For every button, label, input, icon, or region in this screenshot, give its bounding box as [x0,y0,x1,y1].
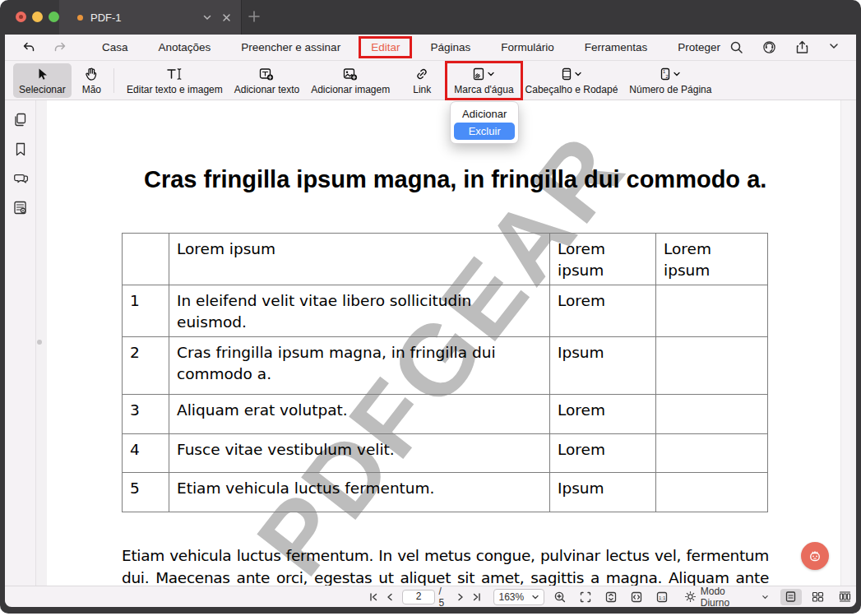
fit-height-icon[interactable] [602,591,620,604]
bookmarks-icon[interactable] [13,141,28,157]
link-label: Link [413,84,431,95]
cell: 1 [123,285,169,337]
text-cursor-icon [165,66,183,82]
watermark-chevron-icon [487,70,495,78]
table-row: 3 Aliquam erat volutpat. Lorem [123,395,768,434]
cell: Lorem [550,285,656,337]
tab-title: PDF-1 [90,12,202,24]
vertical-scrollbar[interactable] [840,100,850,586]
edit-text-image-label: Editar texto e imagem [127,84,223,95]
fit-width-icon[interactable] [627,591,646,604]
document-canvas[interactable]: PDFGEAR Cras fringilla ipsum magna, in f… [36,100,856,586]
page-thumbnails-icon[interactable] [12,112,28,127]
document-table: Lorem ipsum Lorem ipsum Lorem ipsum 1 In… [122,233,768,512]
fit-page-icon[interactable] [576,591,595,604]
link-icon [414,66,429,82]
watermark-add-item[interactable]: Adicionar [454,105,515,123]
zoom-select-chevron-icon [531,593,539,601]
ai-assistant-button[interactable] [801,542,829,570]
header-cell: Lorem ipsum [169,234,550,285]
cell: Etiam vehicula luctus fermentum. [169,473,550,512]
svg-text:2: 2 [666,74,669,79]
signature-panel-icon[interactable] [12,200,28,215]
zoom-level-select[interactable]: 163% [493,589,544,605]
cell [656,285,768,337]
share-icon[interactable] [795,40,809,54]
cell: Aliquam erat volutpat. [169,395,550,434]
sidebar-resize-handle[interactable] [37,340,42,345]
search-icon[interactable] [729,40,743,54]
undo-icon[interactable] [20,40,38,55]
document-tab[interactable]: PDF-1 [59,0,242,35]
menu-items: Casa Anotações Preencher e assinar Edita… [102,41,720,53]
continuous-view-button[interactable] [835,589,856,605]
title-bar: PDF-1 [0,0,861,35]
zoom-window-button[interactable] [49,12,59,22]
first-page-icon[interactable] [365,591,382,603]
last-page-icon[interactable] [469,591,485,603]
document-paragraph: Etiam vehicula luctus fermentum. In vel … [122,545,769,586]
menu-editar[interactable]: Editar [371,41,400,53]
select-tool-button[interactable]: Selecionar [13,63,72,98]
single-page-view-button[interactable] [780,589,802,605]
page-number-icon: 12 [660,67,671,81]
watermark-button[interactable]: Marca d'água Adicionar Excluir [448,63,519,98]
cell: Fusce vitae vestibulum velit. [169,434,550,473]
link-button[interactable]: Link [407,63,437,98]
watermark-icon [472,67,485,81]
table-row: 4 Fusce vitae vestibulum velit. Lorem [123,434,768,473]
display-mode-select[interactable]: Modo Diurno [684,586,769,609]
table-row: 1 In eleifend velit vitae libero sollici… [123,285,768,337]
two-page-view-button[interactable] [808,589,829,605]
menu-ferramentas[interactable]: Ferramentas [585,41,648,53]
main-area: PDFGEAR Cras fringilla ipsum magna, in f… [5,100,856,586]
support-icon[interactable] [762,40,776,54]
header-footer-icon [561,67,572,81]
page-number-chevron-icon [673,70,681,78]
cell: 2 [123,337,169,395]
cell: 5 [123,473,169,512]
add-text-button[interactable]: Adicionar texto [229,63,305,98]
hand-tool-button[interactable]: Mão [76,63,107,98]
cell: Ipsum [550,473,656,512]
menu-anotacoes[interactable]: Anotações [159,41,211,53]
display-mode-chevron-icon [761,593,769,601]
comments-icon[interactable] [12,171,29,186]
watermark-delete-item[interactable]: Excluir [454,123,515,140]
menu-paginas[interactable]: Páginas [430,41,470,53]
cell: 3 [123,395,169,434]
menu-proteger[interactable]: Proteger [678,41,720,53]
tab-close-icon[interactable] [222,13,231,22]
watermark-dropdown: Adicionar Excluir [450,101,519,144]
add-image-button[interactable]: Adicionar imagem [305,63,396,98]
cell [656,473,768,512]
next-page-icon[interactable] [452,591,469,603]
header-cell [123,234,169,285]
cell: Lorem [550,395,656,434]
page-number-input[interactable]: 2 [402,590,436,604]
watermark-label: Marca d'água [454,84,513,95]
menu-formulario[interactable]: Formulário [501,41,554,53]
edit-toolbar: Selecionar Mão Editar texto e imagem Adi [5,61,856,100]
left-sidebar [5,100,36,586]
close-window-button[interactable] [16,12,26,22]
collapse-toolbar-chevron-icon[interactable] [828,40,840,54]
header-footer-button[interactable]: Cabeçalho e Rodapé [520,63,624,98]
redo-icon[interactable] [51,40,69,55]
previous-page-icon[interactable] [382,591,398,603]
table-header-row: Lorem ipsum Lorem ipsum Lorem ipsum [123,234,768,285]
page-number-label: Número de Página [629,84,711,95]
pdf-page[interactable]: PDFGEAR Cras fringilla ipsum magna, in f… [47,100,840,586]
page-total-label: / 5 [438,586,448,609]
actual-size-icon[interactable]: 1:1 [653,591,671,604]
minimize-window-button[interactable] [32,12,43,22]
cell: Ipsum [550,337,656,395]
zoom-in-icon[interactable] [551,591,567,604]
page-number-button[interactable]: 12 Número de Página [623,63,717,98]
new-tab-button[interactable] [247,9,262,24]
tab-menu-chevron-icon[interactable] [202,12,212,22]
cell: Lorem [550,434,656,473]
edit-text-image-button[interactable]: Editar texto e imagem [121,63,229,98]
menu-preencher-assinar[interactable]: Preencher e assinar [241,41,340,53]
menu-casa[interactable]: Casa [102,41,128,53]
